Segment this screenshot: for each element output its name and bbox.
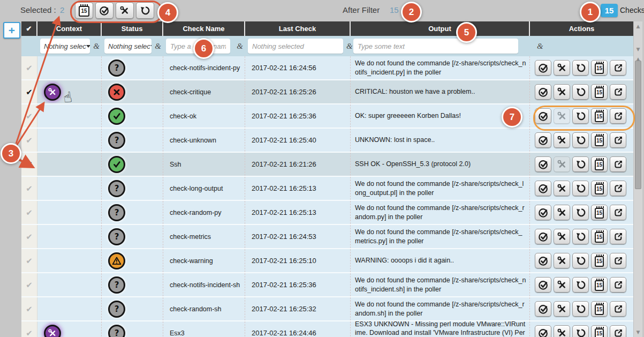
column-header-last-check[interactable]: Last Check xyxy=(245,21,351,36)
scroll-up-icon[interactable]: ▲ xyxy=(634,23,642,29)
row-checkbox[interactable]: ✔ xyxy=(21,153,37,176)
action-launch-button[interactable] xyxy=(610,156,626,172)
last-check-filter-input[interactable] xyxy=(248,39,343,54)
action-fix-button[interactable] xyxy=(554,325,570,337)
action-fix-button[interactable] xyxy=(554,108,570,124)
action-acknowledge-button[interactable] xyxy=(535,84,551,100)
action-fix-button[interactable] xyxy=(554,132,570,148)
column-header-context[interactable]: Context xyxy=(37,21,102,36)
action-recheck-button[interactable] xyxy=(572,205,589,220)
action-downtime-button[interactable]: 15 xyxy=(591,253,608,268)
action-recheck-button[interactable] xyxy=(572,156,589,172)
action-downtime-button[interactable]: 15 xyxy=(591,132,608,148)
action-acknowledge-button[interactable] xyxy=(535,181,551,196)
action-recheck-button[interactable] xyxy=(572,108,589,124)
action-acknowledge-button[interactable] xyxy=(535,253,551,268)
column-header-status[interactable]: Status xyxy=(102,21,163,36)
action-launch-button[interactable] xyxy=(610,181,626,196)
table-row[interactable]: ✔?check-random-sh2017-02-21 16:25:32We d… xyxy=(21,297,633,321)
table-row[interactable]: ✔check-ok2017-02-21 16:25:36OK: super gr… xyxy=(21,104,633,129)
action-downtime-button[interactable]: 15 xyxy=(591,277,608,293)
action-launch-button[interactable] xyxy=(610,301,626,317)
action-downtime-button[interactable]: 15 xyxy=(591,84,608,100)
action-acknowledge-button[interactable] xyxy=(535,205,551,220)
action-launch-button[interactable] xyxy=(610,84,626,100)
action-launch-button[interactable] xyxy=(610,205,626,220)
table-row[interactable]: ✔?check-notifs-incident-py2017-02-21 16:… xyxy=(21,56,633,80)
scrollbar-track[interactable]: ▲ ▼ ▲ ▼ xyxy=(633,21,642,337)
action-downtime-button[interactable]: 15 xyxy=(591,229,608,244)
action-downtime-button[interactable]: 15 xyxy=(591,325,608,337)
action-acknowledge-button[interactable] xyxy=(535,229,551,244)
bulk-fix-button[interactable] xyxy=(116,2,134,19)
action-downtime-button[interactable]: 15 xyxy=(591,156,608,172)
action-fix-button[interactable] xyxy=(554,156,570,172)
action-recheck-button[interactable] xyxy=(572,60,589,76)
action-recheck-button[interactable] xyxy=(572,253,589,268)
action-recheck-button[interactable] xyxy=(572,325,589,337)
table-row[interactable]: ✔check-critique2017-02-21 16:25:26CRITIC… xyxy=(21,80,633,104)
action-launch-button[interactable] xyxy=(610,253,626,268)
column-header-check-name[interactable]: Check Name xyxy=(163,21,245,36)
action-fix-button[interactable] xyxy=(554,84,570,100)
row-checkbox[interactable]: ✔ xyxy=(21,273,37,296)
action-recheck-button[interactable] xyxy=(572,277,589,293)
action-fix-button[interactable] xyxy=(554,181,570,196)
scroll-down-icon[interactable]: ▼ xyxy=(634,329,642,335)
action-acknowledge-button[interactable] xyxy=(535,60,551,76)
action-launch-button[interactable] xyxy=(610,277,626,293)
table-row[interactable]: ✔?check-metrics2017-02-21 16:24:53We do … xyxy=(21,225,633,249)
table-row[interactable]: ✔?check-unknown2017-02-21 16:25:40UNKNOW… xyxy=(21,129,633,153)
action-recheck-button[interactable] xyxy=(572,181,589,196)
add-button[interactable]: + xyxy=(3,22,20,39)
row-checkbox[interactable]: ✔ xyxy=(21,225,37,248)
scrollbar-thumb[interactable] xyxy=(635,61,641,189)
table-row[interactable]: ✔?Esx32017-02-21 16:24:46ESX3 UNKNOWN - … xyxy=(21,321,633,337)
action-launch-button[interactable] xyxy=(610,132,626,148)
column-header-select[interactable]: ✔ xyxy=(21,21,37,36)
bulk-downtime-button[interactable]: 15 xyxy=(75,2,93,19)
action-acknowledge-button[interactable] xyxy=(535,301,551,317)
action-fix-button[interactable] xyxy=(554,301,570,317)
action-acknowledge-button[interactable] xyxy=(535,325,551,337)
table-row[interactable]: ✔?check-random-py2017-02-21 16:25:13We d… xyxy=(21,201,633,225)
context-filter-dropdown[interactable]: Nothing selec xyxy=(40,39,90,54)
action-launch-button[interactable] xyxy=(610,325,626,337)
row-checkbox[interactable]: ✔ xyxy=(21,56,37,79)
action-acknowledge-button[interactable] xyxy=(535,277,551,293)
action-acknowledge-button[interactable] xyxy=(535,156,551,172)
action-recheck-button[interactable] xyxy=(572,132,589,148)
table-row[interactable]: ✔?check-notifs-incident-sh2017-02-21 16:… xyxy=(21,273,633,297)
row-checkbox[interactable]: ✔ xyxy=(21,297,37,320)
row-checkbox[interactable]: ✔ xyxy=(21,129,37,152)
action-launch-button[interactable] xyxy=(610,229,626,244)
row-checkbox[interactable]: ✔ xyxy=(21,80,37,103)
table-row[interactable]: ✔?check-long-output2017-02-21 16:25:13We… xyxy=(21,177,633,201)
action-downtime-button[interactable]: 15 xyxy=(591,205,608,220)
action-launch-button[interactable] xyxy=(610,108,626,124)
action-downtime-button[interactable]: 15 xyxy=(591,301,608,317)
action-fix-button[interactable] xyxy=(554,277,570,293)
row-checkbox[interactable]: ✔ xyxy=(21,201,37,224)
bulk-recheck-button[interactable] xyxy=(136,2,154,19)
row-checkbox[interactable]: ✔ xyxy=(21,321,37,337)
action-acknowledge-button[interactable] xyxy=(535,108,551,124)
table-row[interactable]: ✔Ssh2017-02-21 16:21:26SSH OK - OpenSSH_… xyxy=(21,153,633,177)
status-filter-dropdown[interactable]: Nothing selec xyxy=(104,39,151,54)
action-fix-button[interactable] xyxy=(554,229,570,244)
action-acknowledge-button[interactable] xyxy=(535,132,551,148)
bulk-acknowledge-button[interactable] xyxy=(95,2,113,19)
action-launch-button[interactable] xyxy=(610,60,626,76)
action-recheck-button[interactable] xyxy=(572,301,589,317)
action-fix-button[interactable] xyxy=(554,253,570,268)
scroll-down-icon[interactable]: ▼ xyxy=(634,46,642,53)
action-downtime-button[interactable]: 15 xyxy=(591,60,608,76)
row-checkbox[interactable]: ✔ xyxy=(21,177,37,200)
action-recheck-button[interactable] xyxy=(572,84,589,100)
row-checkbox[interactable]: ✔ xyxy=(21,249,37,272)
row-checkbox[interactable]: ✔ xyxy=(21,104,37,128)
action-fix-button[interactable] xyxy=(554,205,570,220)
output-filter-input[interactable] xyxy=(353,39,518,54)
column-header-output[interactable]: Output xyxy=(351,21,530,36)
action-downtime-button[interactable]: 15 xyxy=(591,181,608,196)
